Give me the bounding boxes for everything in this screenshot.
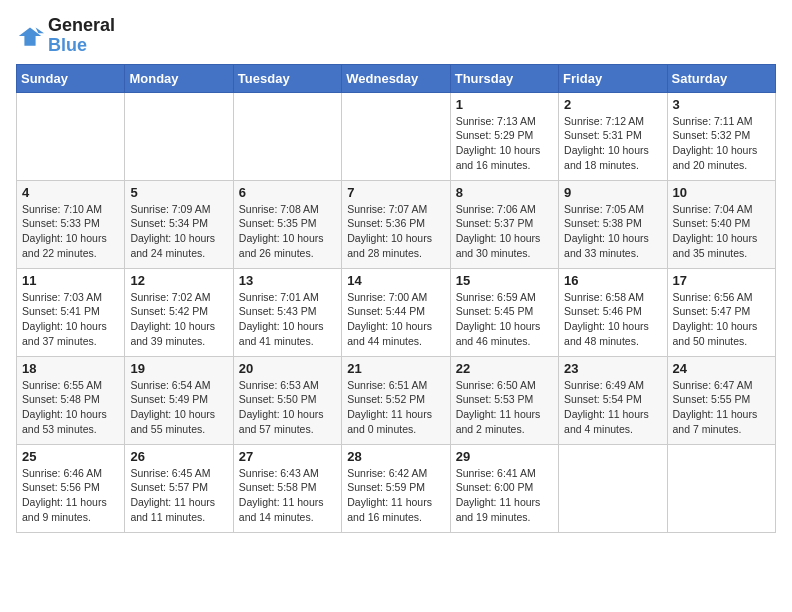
day-info: Sunrise: 7:12 AM Sunset: 5:31 PM Dayligh…: [564, 114, 661, 173]
week-row-4: 18Sunrise: 6:55 AM Sunset: 5:48 PM Dayli…: [17, 356, 776, 444]
day-number: 7: [347, 185, 444, 200]
day-number: 29: [456, 449, 553, 464]
day-info: Sunrise: 7:07 AM Sunset: 5:36 PM Dayligh…: [347, 202, 444, 261]
day-number: 16: [564, 273, 661, 288]
table-row: 3Sunrise: 7:11 AM Sunset: 5:32 PM Daylig…: [667, 92, 775, 180]
day-info: Sunrise: 6:49 AM Sunset: 5:54 PM Dayligh…: [564, 378, 661, 437]
table-row: 11Sunrise: 7:03 AM Sunset: 5:41 PM Dayli…: [17, 268, 125, 356]
header-saturday: Saturday: [667, 64, 775, 92]
day-number: 27: [239, 449, 336, 464]
day-number: 9: [564, 185, 661, 200]
table-row: 18Sunrise: 6:55 AM Sunset: 5:48 PM Dayli…: [17, 356, 125, 444]
day-number: 4: [22, 185, 119, 200]
day-info: Sunrise: 7:05 AM Sunset: 5:38 PM Dayligh…: [564, 202, 661, 261]
day-number: 6: [239, 185, 336, 200]
week-row-3: 11Sunrise: 7:03 AM Sunset: 5:41 PM Dayli…: [17, 268, 776, 356]
logo: General Blue: [16, 16, 115, 56]
day-info: Sunrise: 6:59 AM Sunset: 5:45 PM Dayligh…: [456, 290, 553, 349]
table-row: 4Sunrise: 7:10 AM Sunset: 5:33 PM Daylig…: [17, 180, 125, 268]
day-info: Sunrise: 6:55 AM Sunset: 5:48 PM Dayligh…: [22, 378, 119, 437]
table-row: 12Sunrise: 7:02 AM Sunset: 5:42 PM Dayli…: [125, 268, 233, 356]
day-info: Sunrise: 7:10 AM Sunset: 5:33 PM Dayligh…: [22, 202, 119, 261]
day-number: 23: [564, 361, 661, 376]
day-info: Sunrise: 6:41 AM Sunset: 6:00 PM Dayligh…: [456, 466, 553, 525]
svg-marker-1: [36, 27, 44, 33]
table-row: [17, 92, 125, 180]
day-number: 12: [130, 273, 227, 288]
day-info: Sunrise: 7:13 AM Sunset: 5:29 PM Dayligh…: [456, 114, 553, 173]
day-number: 24: [673, 361, 770, 376]
day-info: Sunrise: 7:02 AM Sunset: 5:42 PM Dayligh…: [130, 290, 227, 349]
day-info: Sunrise: 6:53 AM Sunset: 5:50 PM Dayligh…: [239, 378, 336, 437]
table-row: 17Sunrise: 6:56 AM Sunset: 5:47 PM Dayli…: [667, 268, 775, 356]
day-info: Sunrise: 6:42 AM Sunset: 5:59 PM Dayligh…: [347, 466, 444, 525]
calendar-table: SundayMondayTuesdayWednesdayThursdayFrid…: [16, 64, 776, 533]
header-monday: Monday: [125, 64, 233, 92]
table-row: 19Sunrise: 6:54 AM Sunset: 5:49 PM Dayli…: [125, 356, 233, 444]
header-friday: Friday: [559, 64, 667, 92]
table-row: [233, 92, 341, 180]
day-header-row: SundayMondayTuesdayWednesdayThursdayFrid…: [17, 64, 776, 92]
day-number: 19: [130, 361, 227, 376]
table-row: 9Sunrise: 7:05 AM Sunset: 5:38 PM Daylig…: [559, 180, 667, 268]
table-row: 5Sunrise: 7:09 AM Sunset: 5:34 PM Daylig…: [125, 180, 233, 268]
table-row: 26Sunrise: 6:45 AM Sunset: 5:57 PM Dayli…: [125, 444, 233, 532]
table-row: [125, 92, 233, 180]
table-row: 22Sunrise: 6:50 AM Sunset: 5:53 PM Dayli…: [450, 356, 558, 444]
day-info: Sunrise: 7:00 AM Sunset: 5:44 PM Dayligh…: [347, 290, 444, 349]
day-number: 14: [347, 273, 444, 288]
day-info: Sunrise: 6:58 AM Sunset: 5:46 PM Dayligh…: [564, 290, 661, 349]
day-number: 22: [456, 361, 553, 376]
day-number: 21: [347, 361, 444, 376]
table-row: 15Sunrise: 6:59 AM Sunset: 5:45 PM Dayli…: [450, 268, 558, 356]
table-row: 20Sunrise: 6:53 AM Sunset: 5:50 PM Dayli…: [233, 356, 341, 444]
day-info: Sunrise: 6:47 AM Sunset: 5:55 PM Dayligh…: [673, 378, 770, 437]
day-info: Sunrise: 6:50 AM Sunset: 5:53 PM Dayligh…: [456, 378, 553, 437]
day-info: Sunrise: 7:03 AM Sunset: 5:41 PM Dayligh…: [22, 290, 119, 349]
day-number: 26: [130, 449, 227, 464]
day-number: 2: [564, 97, 661, 112]
logo-bird-icon: [16, 22, 44, 50]
table-row: [342, 92, 450, 180]
day-info: Sunrise: 7:11 AM Sunset: 5:32 PM Dayligh…: [673, 114, 770, 173]
table-row: [667, 444, 775, 532]
header-sunday: Sunday: [17, 64, 125, 92]
day-number: 17: [673, 273, 770, 288]
day-number: 28: [347, 449, 444, 464]
day-info: Sunrise: 6:43 AM Sunset: 5:58 PM Dayligh…: [239, 466, 336, 525]
logo-text: General Blue: [48, 16, 115, 56]
table-row: 6Sunrise: 7:08 AM Sunset: 5:35 PM Daylig…: [233, 180, 341, 268]
table-row: 2Sunrise: 7:12 AM Sunset: 5:31 PM Daylig…: [559, 92, 667, 180]
header-tuesday: Tuesday: [233, 64, 341, 92]
week-row-2: 4Sunrise: 7:10 AM Sunset: 5:33 PM Daylig…: [17, 180, 776, 268]
table-row: 10Sunrise: 7:04 AM Sunset: 5:40 PM Dayli…: [667, 180, 775, 268]
table-row: 8Sunrise: 7:06 AM Sunset: 5:37 PM Daylig…: [450, 180, 558, 268]
day-info: Sunrise: 7:09 AM Sunset: 5:34 PM Dayligh…: [130, 202, 227, 261]
day-info: Sunrise: 6:51 AM Sunset: 5:52 PM Dayligh…: [347, 378, 444, 437]
table-row: 7Sunrise: 7:07 AM Sunset: 5:36 PM Daylig…: [342, 180, 450, 268]
day-info: Sunrise: 6:46 AM Sunset: 5:56 PM Dayligh…: [22, 466, 119, 525]
table-row: 1Sunrise: 7:13 AM Sunset: 5:29 PM Daylig…: [450, 92, 558, 180]
table-row: 28Sunrise: 6:42 AM Sunset: 5:59 PM Dayli…: [342, 444, 450, 532]
day-number: 11: [22, 273, 119, 288]
table-row: 29Sunrise: 6:41 AM Sunset: 6:00 PM Dayli…: [450, 444, 558, 532]
day-number: 20: [239, 361, 336, 376]
table-row: 24Sunrise: 6:47 AM Sunset: 5:55 PM Dayli…: [667, 356, 775, 444]
day-info: Sunrise: 7:08 AM Sunset: 5:35 PM Dayligh…: [239, 202, 336, 261]
header-wednesday: Wednesday: [342, 64, 450, 92]
day-info: Sunrise: 6:56 AM Sunset: 5:47 PM Dayligh…: [673, 290, 770, 349]
day-number: 25: [22, 449, 119, 464]
day-number: 13: [239, 273, 336, 288]
table-row: [559, 444, 667, 532]
week-row-1: 1Sunrise: 7:13 AM Sunset: 5:29 PM Daylig…: [17, 92, 776, 180]
table-row: 13Sunrise: 7:01 AM Sunset: 5:43 PM Dayli…: [233, 268, 341, 356]
day-info: Sunrise: 6:45 AM Sunset: 5:57 PM Dayligh…: [130, 466, 227, 525]
day-number: 3: [673, 97, 770, 112]
day-number: 5: [130, 185, 227, 200]
day-number: 8: [456, 185, 553, 200]
table-row: 14Sunrise: 7:00 AM Sunset: 5:44 PM Dayli…: [342, 268, 450, 356]
week-row-5: 25Sunrise: 6:46 AM Sunset: 5:56 PM Dayli…: [17, 444, 776, 532]
table-row: 16Sunrise: 6:58 AM Sunset: 5:46 PM Dayli…: [559, 268, 667, 356]
table-row: 25Sunrise: 6:46 AM Sunset: 5:56 PM Dayli…: [17, 444, 125, 532]
table-row: 23Sunrise: 6:49 AM Sunset: 5:54 PM Dayli…: [559, 356, 667, 444]
